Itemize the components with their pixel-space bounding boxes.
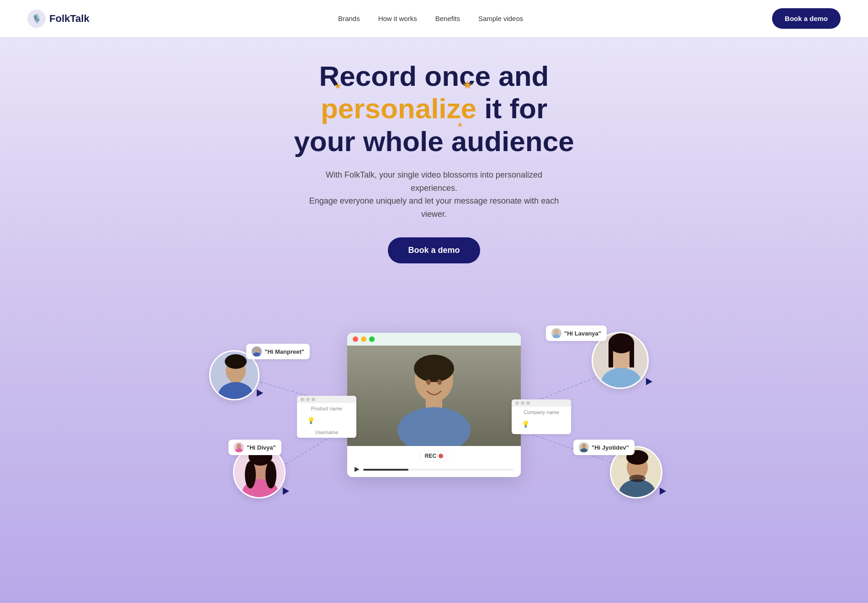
star-1: ★ xyxy=(334,82,341,90)
hero-subtitle: With FolkTalk, your single video blossom… xyxy=(302,168,566,221)
svg-point-18 xyxy=(225,354,247,369)
svg-point-12 xyxy=(426,379,431,385)
hero-section: Record once and ★ ★ ★ personalize it for… xyxy=(0,37,868,603)
nav-links: Brands How it works Benefits Sample vide… xyxy=(338,15,523,23)
nav-item-benefits[interactable]: Benefits xyxy=(435,15,460,22)
nav-book-demo-button[interactable]: Book a demo xyxy=(772,8,841,29)
product-name-label: Product name xyxy=(302,406,352,411)
video-person-svg xyxy=(347,346,521,446)
video-titlebar xyxy=(347,333,521,346)
speech-bubble-jyotidev: "Hi Jyotidev" xyxy=(573,440,635,455)
play-button[interactable]: ▶ xyxy=(355,465,360,472)
play-triangle-manpreet xyxy=(257,389,263,397)
hero-title: Record once and ★ ★ ★ personalize it for… xyxy=(251,60,617,157)
nav-item-how-it-works[interactable]: How it works xyxy=(378,15,417,22)
avatar-lavanya-svg xyxy=(593,333,649,389)
play-triangle-lavanya xyxy=(646,378,652,385)
logo-text: FolkTalk xyxy=(49,13,90,25)
dot-yellow xyxy=(361,336,366,342)
nav-item-sample-videos[interactable]: Sample videos xyxy=(478,15,523,22)
var-dot-2 xyxy=(306,398,310,401)
speech-avatar-jyotidev xyxy=(579,442,589,452)
username-label: Username xyxy=(302,430,352,435)
avatar-lavanya-group: "Hi Lavanya" xyxy=(592,332,649,389)
speech-text-manpreet: "Hi Manpreet" xyxy=(265,348,304,355)
hero-title-line2: your whole audience xyxy=(294,126,574,157)
dot-green xyxy=(369,336,375,342)
speech-avatar-lavanya xyxy=(551,328,561,338)
play-triangle-divya xyxy=(283,488,289,495)
var-box-titlebar-right xyxy=(512,399,571,407)
avatar-divya-group: "Hi Divya" xyxy=(233,446,286,498)
var-dot-r3 xyxy=(526,401,530,405)
var-dot-r2 xyxy=(521,401,524,405)
company-name-label: Company name xyxy=(516,409,566,415)
progress-bar xyxy=(363,469,513,471)
bulb-icon-right: 💡 xyxy=(522,420,529,428)
video-player: REC ▶ xyxy=(347,333,521,477)
speech-text-divya: "Hi Divya" xyxy=(247,444,276,451)
dot-red xyxy=(353,336,358,342)
speech-avatar-manpreet xyxy=(252,346,262,357)
speech-text-jyotidev: "Hi Jyotidev" xyxy=(592,444,629,451)
hero-title-part2: it for xyxy=(476,93,547,124)
var-box-titlebar-left xyxy=(297,396,356,403)
logo-icon: 🎙️ xyxy=(27,10,46,28)
speech-avatar-divya xyxy=(234,442,244,452)
svg-point-11 xyxy=(414,355,454,382)
video-controls: REC ▶ xyxy=(347,446,521,477)
avatar-manpreet-group: "Hi Manpreet" xyxy=(209,350,259,400)
play-triangle-jyotidev xyxy=(660,488,666,495)
var-dot-3 xyxy=(312,398,315,401)
rec-dot xyxy=(439,454,443,458)
navigation: 🎙️ FolkTalk Brands How it works Benefits… xyxy=(0,0,868,37)
hero-title-part1: Record once and xyxy=(319,60,549,92)
progress-fill xyxy=(363,469,408,471)
hero-book-demo-button[interactable]: Book a demo xyxy=(388,237,480,263)
hero-title-highlight: ★ ★ ★ personalize xyxy=(321,92,476,125)
rec-label: REC xyxy=(425,453,436,459)
star-3: ★ xyxy=(457,122,463,129)
speech-text-lavanya: "Hi Lavanya" xyxy=(564,330,601,337)
speech-bubble-divya: "Hi Divya" xyxy=(228,440,281,455)
star-2: ★ xyxy=(463,79,472,91)
var-dot-r1 xyxy=(515,401,519,405)
svg-point-47 xyxy=(629,475,646,482)
var-box-left-body: Product name 💡 Username xyxy=(297,403,356,438)
var-box-right-body: Company name 💡 xyxy=(512,407,571,434)
svg-point-27 xyxy=(245,461,256,488)
var-dot-1 xyxy=(301,398,304,401)
rec-badge: REC xyxy=(420,451,448,461)
navbar: 🎙️ FolkTalk Brands How it works Benefits… xyxy=(0,0,868,37)
var-box-inner-right: 💡 xyxy=(516,417,566,431)
var-box-right: Company name 💡 xyxy=(512,399,571,434)
svg-rect-38 xyxy=(630,342,634,367)
hero-diagram: REC ▶ Product name xyxy=(160,291,708,519)
avatar-jyotidev-group: "Hi Jyotidev" xyxy=(610,446,662,498)
speech-bubble-lavanya: "Hi Lavanya" xyxy=(546,325,607,341)
nav-item-brands[interactable]: Brands xyxy=(338,15,360,22)
svg-rect-37 xyxy=(609,342,613,367)
var-box-inner: 💡 xyxy=(302,413,352,428)
bulb-icon-left: 💡 xyxy=(307,417,315,424)
svg-point-28 xyxy=(265,461,276,488)
controls-row: ▶ xyxy=(355,465,513,472)
logo[interactable]: 🎙️ FolkTalk xyxy=(27,10,90,28)
speech-bubble-manpreet: "Hi Manpreet" xyxy=(246,344,310,359)
var-box-left: Product name 💡 Username xyxy=(297,396,356,438)
video-frame xyxy=(347,346,521,446)
svg-point-13 xyxy=(437,379,442,385)
